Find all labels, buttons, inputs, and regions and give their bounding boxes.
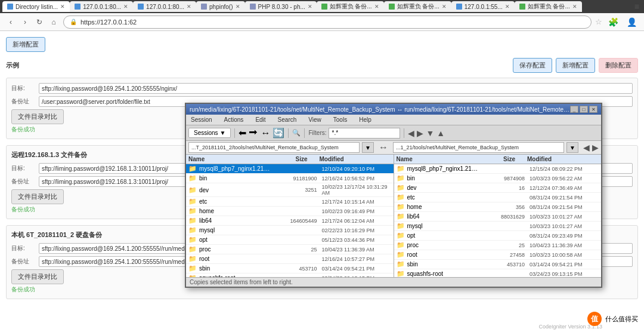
bc-right-path-input[interactable] xyxy=(393,142,564,153)
bc-right-file-list[interactable]: 📁 mysql8_php7_nginx1.21_chroot_jail 12/1… xyxy=(394,164,602,277)
bc-right-path-browse-button[interactable]: ▼ xyxy=(566,142,578,153)
bc-right-file-row[interactable]: 📁 bin 9874908 10/03/23 09:56:22 AM xyxy=(394,174,602,183)
bc-right-file-row[interactable]: 📁 opt 08/31/24 09:23:49 PM xyxy=(394,231,602,241)
bc-close-button[interactable]: ✕ xyxy=(589,106,597,113)
bc-folder-icon: 📁 xyxy=(397,174,405,182)
bc-left-file-row[interactable]: 📁 bin 91181900 12/16/24 10:56:52 PM xyxy=(186,174,394,183)
tab-close-backup1[interactable]: ✕ xyxy=(374,4,379,10)
bookmark-star-icon[interactable]: ☆ xyxy=(595,17,602,26)
compare-button-local[interactable]: 文件目录对比 xyxy=(11,269,64,284)
tab-close-2[interactable]: ✕ xyxy=(187,4,191,10)
delete-config-button[interactable]: 删除配置 xyxy=(599,58,638,73)
add-config-button-top[interactable]: 新增配置 xyxy=(6,37,45,52)
bc-toolbar-icon-8[interactable]: ▼ xyxy=(426,128,434,138)
bc-toolbar-icon-1[interactable]: ⬅ xyxy=(239,127,246,139)
bc-right-file-row[interactable]: 📁 dev 16 12/12/24 07:36:49 AM xyxy=(394,183,602,193)
bc-toolbar-icon-4[interactable]: 🔄 xyxy=(273,127,284,139)
bc-left-file-row[interactable]: 📁 dev 3251 10/02/23 12/17/24 10:31:29 AM xyxy=(186,183,394,197)
bc-left-path-input[interactable] xyxy=(188,142,360,153)
bc-left-path-browse-button[interactable]: ▼ xyxy=(362,142,374,153)
backup-label-example: 备份址 xyxy=(11,97,35,106)
tab-close-phpinfo[interactable]: ✕ xyxy=(236,4,240,10)
tab-close-backup2[interactable]: ✕ xyxy=(442,4,447,10)
bc-filter-input[interactable] xyxy=(329,128,400,139)
bc-right-file-size: 25 xyxy=(483,242,525,248)
tab-backup2[interactable]: 如辉重负 备份... ✕ xyxy=(384,1,451,12)
bc-menu-actions[interactable]: Actions xyxy=(222,116,246,124)
bc-minimize-button[interactable]: _ xyxy=(570,106,578,113)
tab-label-backup2: 如辉重负 备份... xyxy=(397,2,439,11)
tab-close-php8[interactable]: ✕ xyxy=(308,4,312,10)
tab-phpinfo[interactable]: phpinfo() ✕ xyxy=(196,1,244,12)
bc-right-file-row[interactable]: 📁 proc 25 10/04/23 11:36:39 AM xyxy=(394,241,602,250)
add-config-button-toolbar[interactable]: 新增配置 xyxy=(556,58,595,73)
bc-right-file-modified: 12/12/24 07:36:49 AM xyxy=(527,185,599,191)
bc-sessions-dropdown-icon: ▼ xyxy=(220,130,226,136)
bc-path-nav-left-icon[interactable]: ◀ xyxy=(583,143,590,152)
refresh-button[interactable]: ↻ xyxy=(33,16,45,28)
bc-menu-edit[interactable]: Edit xyxy=(253,116,268,124)
browser-menu-icon[interactable]: ≡ xyxy=(632,1,642,13)
back-button[interactable]: ‹ xyxy=(5,16,17,28)
tab-backup3[interactable]: 如辉重负 备份... ✕ xyxy=(515,1,582,12)
bc-right-file-row[interactable]: 📁 lib64 88031629 10/03/23 10:01:27 AM xyxy=(394,212,602,222)
bc-right-col-modified: Modified xyxy=(527,156,599,162)
bc-menu-view[interactable]: View xyxy=(306,116,324,124)
bc-right-file-row[interactable]: 📁 mysql8_php7_nginx1.21_chroot_jail 12/1… xyxy=(394,164,602,174)
tab-127-1[interactable]: 127.0.0.1:80... ✕ xyxy=(70,1,133,12)
bc-left-file-row[interactable]: 📁 root 12/16/24 10:57:27 PM xyxy=(186,254,394,264)
bc-menu-search[interactable]: Search xyxy=(275,116,299,124)
bc-left-file-row[interactable]: 📁 sbin 453710 03/14/24 09:54:21 PM xyxy=(186,264,394,273)
bc-right-file-row[interactable]: 📁 home 356 08/31/24 09:21:54 PM xyxy=(394,202,602,212)
tab-127-55[interactable]: 127.0.0.1:55... ✕ xyxy=(451,1,515,12)
tab-close-55[interactable]: ✕ xyxy=(505,4,510,10)
bc-menu-tools[interactable]: Tools xyxy=(331,116,349,124)
bc-left-file-size: 453710 xyxy=(275,266,317,272)
target-input-example[interactable] xyxy=(39,83,633,94)
compare-button-example[interactable]: 文件目录对比 xyxy=(11,109,64,124)
bc-left-file-list[interactable]: 📁 mysql8_php7_nginx1.21_chroot_jail 12/1… xyxy=(186,164,394,277)
bc-path-nav-right-icon[interactable]: ▶ xyxy=(592,143,599,152)
bc-menu-help[interactable]: Help xyxy=(357,116,374,124)
tab-127-2[interactable]: 127.0.0.1:80... ✕ xyxy=(133,1,196,12)
nav-buttons: ‹ › ↻ ⌂ xyxy=(5,16,60,28)
tab-close-directory[interactable]: ✕ xyxy=(60,4,65,10)
target-row-example: 目标: xyxy=(11,83,633,94)
bc-left-file-row[interactable]: 📁 etc 12/17/24 10:15:14 AM xyxy=(186,197,394,207)
save-config-button[interactable]: 保存配置 xyxy=(513,58,552,73)
bc-toolbar-icon-2[interactable]: ⮕ xyxy=(249,128,258,139)
tab-close-backup3[interactable]: ✕ xyxy=(572,4,577,10)
bc-left-file-row[interactable]: 📁 lib64 164605449 12/17/24 06:12:04 AM xyxy=(186,216,394,226)
forward-button[interactable]: › xyxy=(19,16,31,28)
home-button[interactable]: ⌂ xyxy=(48,16,60,28)
url-bar[interactable]: 🔒 https://127.0.0.1:62 xyxy=(63,16,592,29)
bc-sessions-button[interactable]: Sessions ▼ xyxy=(188,128,231,138)
bc-left-file-row[interactable]: 📁 home 10/02/23 09:16:49 PM xyxy=(186,207,394,216)
bc-right-file-row[interactable]: 📁 squashfs-root 03/24/23 09:13:15 PM xyxy=(394,269,602,277)
bc-left-file-row[interactable]: 📁 proc 25 10/04/23 11:36:39 AM xyxy=(186,245,394,254)
bc-menu-session[interactable]: Session xyxy=(188,116,215,124)
bc-left-file-row[interactable]: 📁 mysql8_php7_nginx1.21_chroot_jail 12/1… xyxy=(186,164,394,174)
bc-left-file-row[interactable]: 📁 mysql 02/22/23 10:16:29 PM xyxy=(186,226,394,235)
bc-right-file-name: sbin xyxy=(407,261,481,268)
extensions-icon[interactable]: 🧩 xyxy=(606,16,621,28)
bc-left-file-row[interactable]: 📁 opt 05/12/23 03:44:36 PM xyxy=(186,235,394,245)
tab-php8[interactable]: PHP 8.0.30 - ph... ✕ xyxy=(245,1,317,12)
bc-left-file-modified: 10/04/23 11:36:39 AM xyxy=(320,247,391,253)
bc-toolbar-icon-5[interactable]: 🔍 xyxy=(292,129,301,137)
bc-toolbar-icon-9[interactable]: ▲ xyxy=(436,128,445,138)
tab-close-1[interactable]: ✕ xyxy=(123,4,128,10)
tab-backup1[interactable]: 如辉重负 备份... ✕ xyxy=(317,1,384,12)
tab-directory[interactable]: Directory listin... ✕ xyxy=(2,1,70,12)
bc-right-file-modified: 10/03/23 10:01:27 AM xyxy=(527,214,599,220)
bc-right-file-row[interactable]: 📁 root 27458 10/03/23 10:00:58 AM xyxy=(394,250,602,260)
bc-right-file-row[interactable]: 📁 mysql 10/03/23 10:01:27 AM xyxy=(394,222,602,231)
bc-toolbar-icon-6[interactable]: ◀ xyxy=(408,128,414,138)
account-icon[interactable]: 👤 xyxy=(624,16,639,28)
bc-maximize-button[interactable]: □ xyxy=(580,106,588,113)
bc-right-file-row[interactable]: 📁 sbin 453710 03/14/24 09:54:21 PM xyxy=(394,260,602,269)
compare-button-remote[interactable]: 文件目录对比 xyxy=(11,189,64,204)
bc-toolbar-icon-3[interactable]: ↔ xyxy=(261,128,270,139)
bc-right-file-row[interactable]: 📁 etc 08/31/24 09:21:54 PM xyxy=(394,193,602,202)
bc-toolbar-icon-7[interactable]: ▶ xyxy=(417,128,423,138)
